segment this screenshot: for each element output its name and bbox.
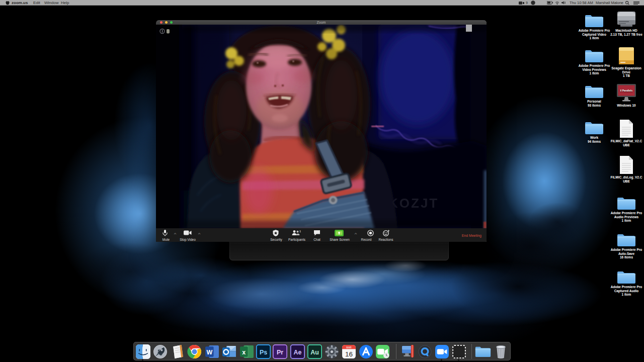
svg-text:1: 1 [299, 230, 301, 233]
svg-text:W: W [206, 348, 212, 355]
svg-text:Ae: Ae [294, 348, 302, 355]
svg-text:16: 16 [345, 350, 353, 357]
svg-text:KOZJT: KOZJT [388, 196, 439, 211]
svg-text:Au: Au [310, 348, 319, 355]
svg-text:Ps: Ps [260, 348, 267, 355]
svg-text:Pr: Pr [277, 348, 283, 355]
svg-text:x: x [242, 348, 246, 355]
svg-text:MAR: MAR [346, 346, 352, 348]
svg-text:‖ Parallels: ‖ Parallels [620, 89, 633, 92]
